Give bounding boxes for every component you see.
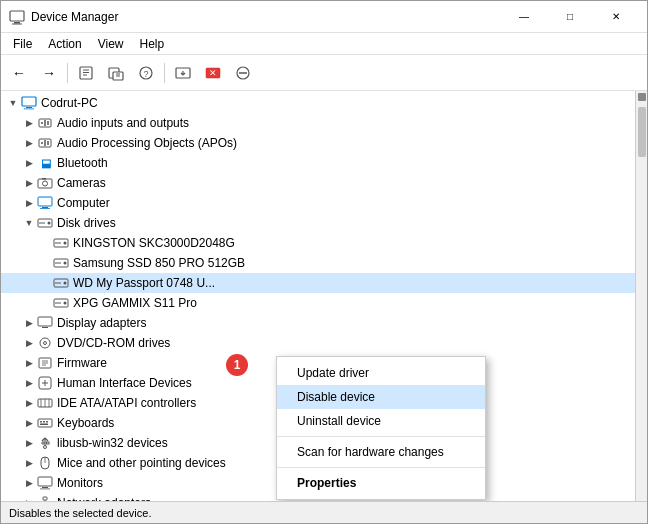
arrow: ▶ bbox=[21, 395, 37, 411]
tree-item-audio-inputs[interactable]: ▶ Audio inputs and outputs bbox=[1, 113, 635, 133]
ctx-uninstall-device[interactable]: Uninstall device bbox=[277, 409, 485, 433]
svg-point-52 bbox=[64, 302, 67, 305]
menu-view[interactable]: View bbox=[90, 35, 132, 53]
camera-icon bbox=[37, 175, 53, 191]
minimize-button[interactable]: — bbox=[501, 1, 547, 33]
arrow: ▶ bbox=[21, 195, 37, 211]
close-button[interactable]: ✕ bbox=[593, 1, 639, 33]
status-text: Disables the selected device. bbox=[9, 507, 151, 519]
tree-item-samsung[interactable]: ▶ Samsung SSD 850 PRO 512GB bbox=[1, 253, 635, 273]
svg-rect-38 bbox=[40, 208, 50, 209]
svg-rect-0 bbox=[10, 11, 24, 21]
wd-label: WD My Passport 0748 U... bbox=[73, 276, 215, 290]
svg-rect-85 bbox=[43, 497, 47, 500]
arrow: ▶ bbox=[21, 415, 37, 431]
tree-item-xpg[interactable]: ▶ XPG GAMMIX S11 Pro bbox=[1, 293, 635, 313]
ctx-update-driver[interactable]: Update driver bbox=[277, 361, 485, 385]
audio-proc-icon bbox=[37, 135, 53, 151]
arrow: ▶ bbox=[21, 115, 37, 131]
svg-rect-82 bbox=[38, 477, 52, 486]
tree-item-bluetooth[interactable]: ▶ ⬓ Bluetooth bbox=[1, 153, 635, 173]
svg-point-79 bbox=[44, 446, 47, 449]
svg-rect-55 bbox=[42, 327, 48, 328]
arrow: ▶ bbox=[21, 335, 37, 351]
scroll-up-arrow[interactable] bbox=[638, 93, 646, 101]
usb-icon bbox=[37, 435, 53, 451]
uninstall-button[interactable]: ✕ bbox=[199, 59, 227, 87]
display-icon bbox=[37, 315, 53, 331]
forward-button[interactable]: → bbox=[35, 59, 63, 87]
ctx-separator-2 bbox=[277, 467, 485, 468]
tree-item-audio-processing[interactable]: ▶ Audio Processing Objects (APOs) bbox=[1, 133, 635, 153]
scroll-thumb[interactable] bbox=[638, 107, 646, 157]
window-title: Device Manager bbox=[31, 10, 118, 24]
arrow: ▶ bbox=[21, 135, 37, 151]
properties-button[interactable] bbox=[72, 59, 100, 87]
arrow: ▶ bbox=[21, 475, 37, 491]
update-driver-button[interactable] bbox=[169, 59, 197, 87]
tree-item-dvd[interactable]: ▶ DVD/CD-ROM drives bbox=[1, 333, 635, 353]
menu-action[interactable]: Action bbox=[40, 35, 89, 53]
bluetooth-label: Bluetooth bbox=[57, 156, 108, 170]
menu-file[interactable]: File bbox=[5, 35, 40, 53]
svg-rect-69 bbox=[38, 419, 52, 427]
svg-rect-73 bbox=[40, 424, 48, 426]
arrow: ▶ bbox=[21, 175, 37, 191]
badge-1: 1 bbox=[226, 354, 248, 376]
arrow: ▼ bbox=[21, 215, 37, 231]
svg-rect-71 bbox=[43, 421, 45, 423]
help-button[interactable]: ? bbox=[132, 59, 160, 87]
computer-label: Computer bbox=[57, 196, 110, 210]
svg-point-43 bbox=[64, 242, 67, 245]
content-area: ▼ Codrut-PC ▶ Audio inputs and outputs bbox=[1, 91, 647, 501]
tree-item-display[interactable]: ▶ Display adapters bbox=[1, 313, 635, 333]
svg-point-34 bbox=[43, 181, 48, 186]
ctx-disable-device[interactable]: Disable device bbox=[277, 385, 485, 409]
scan-button[interactable] bbox=[102, 59, 130, 87]
svg-point-46 bbox=[64, 262, 67, 265]
title-bar: Device Manager — □ ✕ bbox=[1, 1, 647, 33]
maximize-button[interactable]: □ bbox=[547, 1, 593, 33]
menu-help[interactable]: Help bbox=[132, 35, 173, 53]
toolbar: ← → ? bbox=[1, 55, 647, 91]
svg-rect-78 bbox=[47, 442, 50, 444]
hid-icon bbox=[37, 375, 53, 391]
disk-drives-icon bbox=[37, 215, 53, 231]
mouse-icon bbox=[37, 455, 53, 471]
tree-item-computer[interactable]: ▶ Computer bbox=[1, 193, 635, 213]
tree-root[interactable]: ▼ Codrut-PC bbox=[1, 93, 635, 113]
svg-rect-83 bbox=[42, 487, 48, 488]
svg-text:?: ? bbox=[143, 69, 148, 79]
scrollbar[interactable] bbox=[635, 91, 647, 501]
svg-text:⬓: ⬓ bbox=[41, 157, 51, 169]
svg-point-77 bbox=[42, 442, 44, 444]
dvd-label: DVD/CD-ROM drives bbox=[57, 336, 170, 350]
back-button[interactable]: ← bbox=[5, 59, 33, 87]
disable-button[interactable] bbox=[229, 59, 257, 87]
svg-point-49 bbox=[64, 282, 67, 285]
arrow: ▶ bbox=[21, 495, 37, 501]
root-label: Codrut-PC bbox=[41, 96, 98, 110]
ctx-properties[interactable]: Properties bbox=[277, 471, 485, 495]
tree-item-kingston[interactable]: ▶ KINGSTON SKC3000D2048G bbox=[1, 233, 635, 253]
svg-rect-37 bbox=[42, 207, 48, 208]
network-label: Network adapters bbox=[57, 496, 151, 501]
audio-inputs-label: Audio inputs and outputs bbox=[57, 116, 189, 130]
context-menu: Update driver Disable device Uninstall d… bbox=[276, 356, 486, 500]
bluetooth-icon: ⬓ bbox=[37, 155, 53, 171]
samsung-label: Samsung SSD 850 PRO 512GB bbox=[73, 256, 245, 270]
svg-point-40 bbox=[48, 222, 51, 225]
tree-item-disk-drives[interactable]: ▼ Disk drives bbox=[1, 213, 635, 233]
tree-item-cameras[interactable]: ▶ Cameras bbox=[1, 173, 635, 193]
title-bar-left: Device Manager bbox=[9, 9, 118, 25]
monitor-icon bbox=[37, 475, 53, 491]
xpg-label: XPG GAMMIX S11 Pro bbox=[73, 296, 197, 310]
firmware-icon bbox=[37, 355, 53, 371]
ctx-scan-hardware[interactable]: Scan for hardware changes bbox=[277, 440, 485, 464]
tree-item-wd[interactable]: ▶ WD My Passport 0748 U... bbox=[1, 273, 635, 293]
svg-rect-1 bbox=[14, 22, 20, 24]
hdd-icon bbox=[53, 255, 69, 271]
title-bar-controls: — □ ✕ bbox=[501, 1, 639, 33]
arrow: ▶ bbox=[21, 355, 37, 371]
audio-proc-label: Audio Processing Objects (APOs) bbox=[57, 136, 237, 150]
